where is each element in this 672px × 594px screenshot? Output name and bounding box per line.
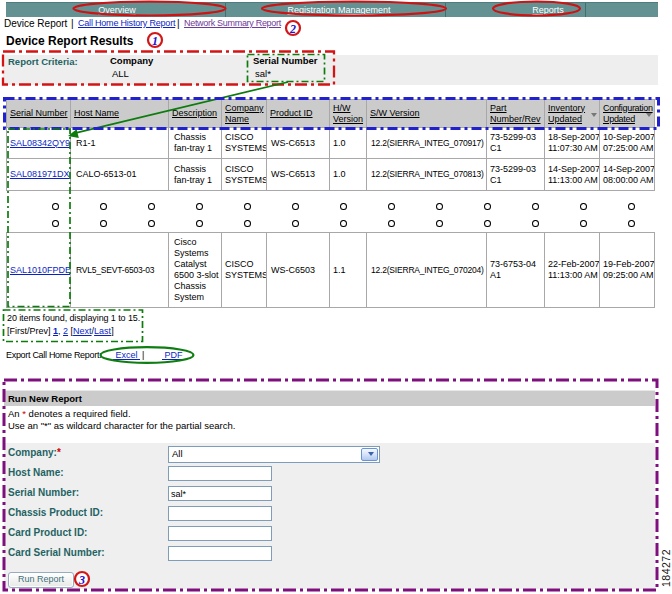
svg-text:2: 2 bbox=[289, 22, 296, 36]
svg-text:1: 1 bbox=[152, 34, 158, 48]
